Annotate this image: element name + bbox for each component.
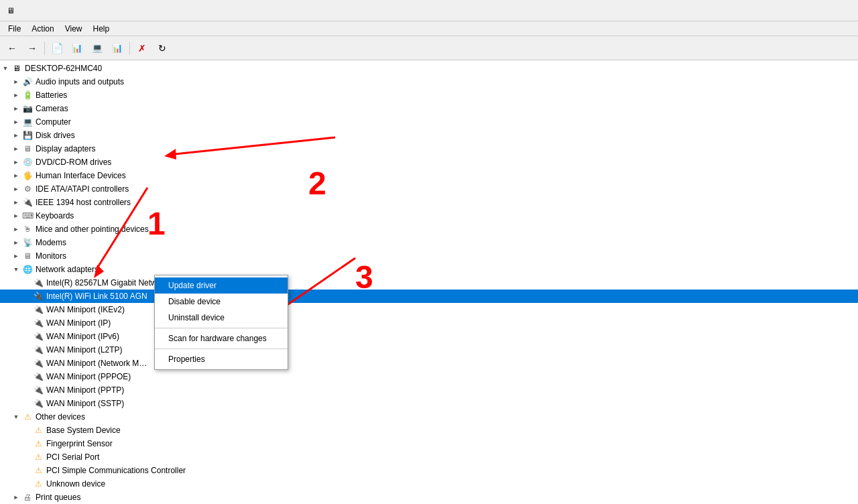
ctx-item-update-driver[interactable]: Update driver bbox=[155, 277, 288, 294]
menu-help[interactable]: Help bbox=[88, 23, 115, 35]
tree-item-diskdrives[interactable]: ► 💾 Disk drives bbox=[0, 129, 858, 142]
tree-item-modems[interactable]: ► 📡 Modems bbox=[0, 236, 858, 249]
toolbar-separator-2 bbox=[129, 42, 130, 55]
tree-item-unknown[interactable]: ⚠ Unknown device bbox=[0, 477, 858, 491]
title-bar-buttons bbox=[760, 0, 853, 21]
expander-wan_sstp bbox=[21, 397, 32, 410]
toolbar-display[interactable]: 💻 bbox=[88, 39, 107, 58]
label-fingerprint: Fingerprint Sensor bbox=[46, 439, 113, 448]
label-hid: Human Interface Devices bbox=[36, 171, 126, 180]
ctx-item-disable-device[interactable]: Disable device bbox=[155, 294, 288, 310]
icon-displayadapters: 🖥 bbox=[21, 143, 34, 155]
tree-item-cameras[interactable]: ► 📷 Cameras bbox=[0, 102, 858, 115]
icon-wan_sstp: 🔌 bbox=[32, 397, 44, 410]
expander-keyboards[interactable]: ► bbox=[11, 209, 21, 223]
tree-item-monitors[interactable]: ► 🖥 Monitors bbox=[0, 249, 858, 263]
tree-item-fingerprint[interactable]: ⚠ Fingerprint Sensor bbox=[0, 437, 858, 450]
icon-pcisimple: ⚠ bbox=[32, 464, 44, 477]
label-mice: Mice and other pointing devices bbox=[36, 225, 149, 234]
toolbar-uninstall[interactable]: ✗ bbox=[133, 39, 151, 58]
tree-item-otherdevices[interactable]: ▼ ⚠ Other devices bbox=[0, 410, 858, 424]
icon-ieee: 🔌 bbox=[21, 196, 34, 208]
menu-action[interactable]: Action bbox=[26, 23, 59, 35]
expander-monitors[interactable]: ► bbox=[11, 249, 21, 263]
expander-displayadapters[interactable]: ► bbox=[11, 142, 21, 155]
expander-network[interactable]: ▼ bbox=[11, 263, 21, 276]
tree-item-keyboards[interactable]: ► ⌨ Keyboards bbox=[0, 209, 858, 223]
tree-item-intelwifi[interactable]: 🔌 Intel(R) WiFi Link 5100 AGN bbox=[0, 290, 858, 303]
expander-printqueues[interactable]: ► bbox=[11, 491, 21, 504]
tree-item-wan_pppoe[interactable]: 🔌 WAN Miniport (PPPOE) bbox=[0, 370, 858, 383]
tree-item-network[interactable]: ▼ 🌐 Network adapters bbox=[0, 263, 858, 276]
tree-item-computer[interactable]: ► 💻 Computer bbox=[0, 115, 858, 129]
device-tree[interactable]: ▼ 🖥 DESKTOP-62HMC40 ► 🔊 Audio inputs and… bbox=[0, 60, 858, 504]
icon-wan_ip: 🔌 bbox=[32, 317, 44, 329]
icon-basesystem: ⚠ bbox=[32, 424, 44, 436]
expander-audio[interactable]: ► bbox=[11, 75, 21, 88]
ctx-item-properties[interactable]: Properties bbox=[155, 351, 288, 367]
expander-cameras[interactable]: ► bbox=[11, 102, 21, 115]
expander-hid[interactable]: ► bbox=[11, 169, 21, 182]
tree-item-wan_network[interactable]: 🔌 WAN Miniport (Network M… bbox=[0, 357, 858, 370]
label-displayadapters: Display adapters bbox=[36, 144, 95, 153]
tree-item-ieee[interactable]: ► 🔌 IEEE 1394 host controllers bbox=[0, 196, 858, 209]
tree-item-audio[interactable]: ► 🔊 Audio inputs and outputs bbox=[0, 75, 858, 88]
tree-item-wan_l2tp[interactable]: 🔌 WAN Miniport (L2TP) bbox=[0, 343, 858, 357]
tree-item-mice[interactable]: ► 🖱 Mice and other pointing devices bbox=[0, 223, 858, 236]
expander-mice[interactable]: ► bbox=[11, 223, 21, 236]
tree-item-hid[interactable]: ► 🖐 Human Interface Devices bbox=[0, 169, 858, 182]
tree-item-wan_ipv6[interactable]: 🔌 WAN Miniport (IPv6) bbox=[0, 330, 858, 343]
expander-dvd[interactable]: ► bbox=[11, 155, 21, 169]
expander-modems[interactable]: ► bbox=[11, 236, 21, 249]
icon-otherdevices: ⚠ bbox=[21, 411, 34, 423]
label-wan_sstp: WAN Miniport (SSTP) bbox=[46, 399, 124, 408]
ctx-item-uninstall-device[interactable]: Uninstall device bbox=[155, 310, 288, 326]
tree-item-wan_ikev2[interactable]: 🔌 WAN Miniport (IKEv2) bbox=[0, 303, 858, 316]
expander-batteries[interactable]: ► bbox=[11, 88, 21, 102]
toolbar-refresh[interactable]: ↻ bbox=[153, 39, 172, 58]
toolbar-update-driver[interactable]: 📊 bbox=[68, 39, 86, 58]
toolbar-forward[interactable]: → bbox=[23, 39, 42, 58]
tree-item-basesystem[interactable]: ⚠ Base System Device bbox=[0, 424, 858, 437]
expander-computer[interactable]: ► bbox=[11, 115, 21, 129]
expander-wan_ikev2 bbox=[21, 303, 32, 316]
tree-item-printqueues[interactable]: ► 🖨 Print queues bbox=[0, 491, 858, 504]
icon-wan_network: 🔌 bbox=[32, 357, 44, 369]
expander-otherdevices[interactable]: ▼ bbox=[11, 410, 21, 424]
toolbar-back[interactable]: ← bbox=[3, 39, 21, 58]
label-dvd: DVD/CD-ROM drives bbox=[36, 158, 111, 167]
icon-intel82567: 🔌 bbox=[32, 277, 44, 289]
expander-ieee[interactable]: ► bbox=[11, 196, 21, 209]
menu-file[interactable]: File bbox=[3, 23, 26, 35]
maximize-button[interactable] bbox=[791, 0, 822, 21]
label-otherdevices: Other devices bbox=[36, 412, 85, 422]
toolbar-properties[interactable]: 📄 bbox=[48, 39, 66, 58]
menu-view[interactable]: View bbox=[60, 23, 88, 35]
expander-pcisimple bbox=[21, 464, 32, 477]
label-unknown: Unknown device bbox=[46, 479, 105, 489]
tree-item-intel82567[interactable]: 🔌 Intel(R) 82567LM Gigabit Network Conne… bbox=[0, 276, 858, 290]
tree-item-wan_pptp[interactable]: 🔌 WAN Miniport (PPTP) bbox=[0, 383, 858, 397]
minimize-button[interactable] bbox=[760, 0, 791, 21]
expander-diskdrives[interactable]: ► bbox=[11, 129, 21, 142]
toolbar-scan[interactable]: 📊 bbox=[108, 39, 127, 58]
expander-ide[interactable]: ► bbox=[11, 182, 21, 196]
tree-item-pcisimple[interactable]: ⚠ PCI Simple Communications Controller bbox=[0, 464, 858, 477]
icon-network: 🌐 bbox=[21, 263, 34, 275]
close-button[interactable] bbox=[822, 0, 853, 21]
tree-item-displayadapters[interactable]: ► 🖥 Display adapters bbox=[0, 142, 858, 155]
label-diskdrives: Disk drives bbox=[36, 131, 75, 140]
tree-item-wan_ip[interactable]: 🔌 WAN Miniport (IP) bbox=[0, 316, 858, 330]
tree-item-dvd[interactable]: ► 💿 DVD/CD-ROM drives bbox=[0, 155, 858, 169]
tree-item-ide[interactable]: ► ⚙ IDE ATA/ATAPI controllers bbox=[0, 182, 858, 196]
label-wan_l2tp: WAN Miniport (L2TP) bbox=[46, 345, 123, 355]
label-computer: Computer bbox=[36, 117, 71, 127]
label-network: Network adapters bbox=[36, 265, 99, 274]
tree-item-wan_sstp[interactable]: 🔌 WAN Miniport (SSTP) bbox=[0, 397, 858, 410]
ctx-item-scan-hardware[interactable]: Scan for hardware changes bbox=[155, 330, 288, 346]
tree-item-pciserial[interactable]: ⚠ PCI Serial Port bbox=[0, 450, 858, 464]
icon-fingerprint: ⚠ bbox=[32, 438, 44, 450]
tree-item-batteries[interactable]: ► 🔋 Batteries bbox=[0, 88, 858, 102]
tree-root[interactable]: ▼ 🖥 DESKTOP-62HMC40 bbox=[0, 62, 858, 75]
icon-wan_ipv6: 🔌 bbox=[32, 330, 44, 342]
